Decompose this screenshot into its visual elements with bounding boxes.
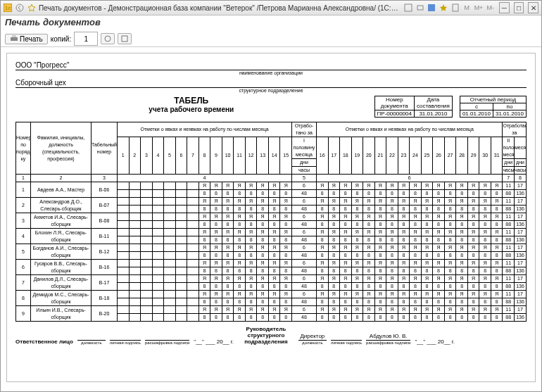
app-window: 1c Печать документов - Демонстрационная … bbox=[0, 0, 542, 392]
titlebar: 1c Печать документов - Демонстрационная … bbox=[1, 1, 541, 15]
preview-icon bbox=[103, 34, 112, 43]
doc-title-1: ТАБЕЛЬ bbox=[15, 96, 367, 106]
doc-number-table: Номердокумента Датасоставления ПР-000000… bbox=[374, 96, 453, 118]
page-title: Печать документов bbox=[1, 15, 541, 31]
fav-icon[interactable] bbox=[439, 3, 448, 13]
toolbar: Печать копий: bbox=[1, 31, 541, 47]
organization-sub: наименование организации bbox=[15, 70, 527, 75]
table-row: 7Данилов Д.Л., Слесарь-сборщикВ-17ЯЯЯЯЯЯ… bbox=[16, 275, 527, 283]
timesheet-table: Номер по поряд-куФамилия, инициалы, долж… bbox=[15, 122, 527, 322]
doc-title-2: учета рабочего времени bbox=[15, 106, 367, 113]
mplus-icon[interactable]: M+ bbox=[474, 3, 484, 13]
svg-rect-4 bbox=[417, 6, 423, 10]
calc-icon[interactable] bbox=[450, 3, 460, 13]
save-icon[interactable] bbox=[427, 3, 436, 13]
app-icon: 1c bbox=[4, 3, 13, 13]
table-row: 3Ахметов И.А., Слесарь-сборщикВ-08ЯЯЯЯЯЯ… bbox=[16, 213, 527, 221]
date-template-1: "__" ___ 20__ г. bbox=[194, 339, 234, 345]
mminus-icon[interactable]: M- bbox=[486, 3, 495, 13]
svg-rect-6 bbox=[453, 4, 458, 11]
sheet: ООО "Прогресс" наименование организации … bbox=[6, 53, 536, 382]
head-label: Руководитель структурного подразделения bbox=[238, 326, 294, 345]
close-button[interactable]: ✕ bbox=[528, 2, 538, 13]
svg-text:1c: 1c bbox=[5, 5, 11, 11]
star-icon[interactable] bbox=[27, 3, 36, 13]
tool-icon-2[interactable] bbox=[415, 3, 424, 13]
svg-point-9 bbox=[105, 36, 111, 42]
period-table: Отчетный период спо 01.01.201031.01.2010 bbox=[460, 96, 527, 118]
department-sub: структурное подразделение bbox=[15, 88, 527, 93]
preview-button[interactable] bbox=[101, 33, 115, 44]
date-template-2: "__" ___ 20__ г. bbox=[415, 339, 455, 345]
table-row: 5Богданов А.И., Слесарь-сборщикВ-12ЯЯЯЯЯ… bbox=[16, 244, 527, 252]
back-icon[interactable] bbox=[15, 3, 25, 13]
svg-rect-8 bbox=[12, 35, 16, 37]
maximize-button[interactable]: □ bbox=[514, 2, 524, 13]
svg-point-2 bbox=[16, 4, 23, 11]
table-row: 1Авдеев А.А., МастерВ-06ЯЯЯЯЯЯЯЯ6ЯЯЯЯЯЯЯ… bbox=[16, 182, 527, 190]
responsible-label: Ответственное лицо bbox=[15, 339, 73, 345]
m-icon[interactable]: M bbox=[462, 3, 472, 13]
table-row: 4Блохин Л.Я., Слесарь-сборщикВ-11ЯЯЯЯЯЯЯ… bbox=[16, 229, 527, 236]
signature-row: Ответственное лицо должность личная подп… bbox=[15, 326, 527, 345]
save-doc-icon bbox=[120, 34, 129, 43]
department: Сборочный цех bbox=[15, 78, 527, 88]
svg-rect-3 bbox=[405, 4, 412, 11]
save-doc-button[interactable] bbox=[118, 33, 132, 44]
table-row: 8Демидов М.С., Слесарь-сборщикВ-18ЯЯЯЯЯЯ… bbox=[16, 291, 527, 298]
table-row: 6Гусаров В.В., Слесарь-сборщикВ-16ЯЯЯЯЯЯ… bbox=[16, 260, 527, 267]
svg-rect-7 bbox=[11, 37, 18, 41]
printer-icon bbox=[10, 35, 18, 42]
table-row: 2Александров Д.О., Слесарь-сборщикВ-07ЯЯ… bbox=[16, 198, 527, 206]
tool-icon-1[interactable] bbox=[404, 3, 413, 13]
document-area: ООО "Прогресс" наименование организации … bbox=[1, 47, 541, 392]
copies-input[interactable] bbox=[74, 32, 98, 46]
print-button[interactable]: Печать bbox=[5, 34, 48, 44]
svg-rect-5 bbox=[428, 4, 435, 11]
print-label: Печать bbox=[20, 35, 43, 43]
organization: ООО "Прогресс" bbox=[15, 61, 527, 70]
table-row: 9Ильин И.В., Слесарь-сборщикВ-20ЯЯЯЯЯЯЯЯ… bbox=[16, 306, 527, 314]
svg-rect-10 bbox=[122, 36, 127, 42]
minimize-button[interactable]: ─ bbox=[499, 2, 510, 13]
window-title: Печать документов - Демонстрационная баз… bbox=[39, 4, 398, 12]
copies-label: копий: bbox=[51, 35, 71, 43]
